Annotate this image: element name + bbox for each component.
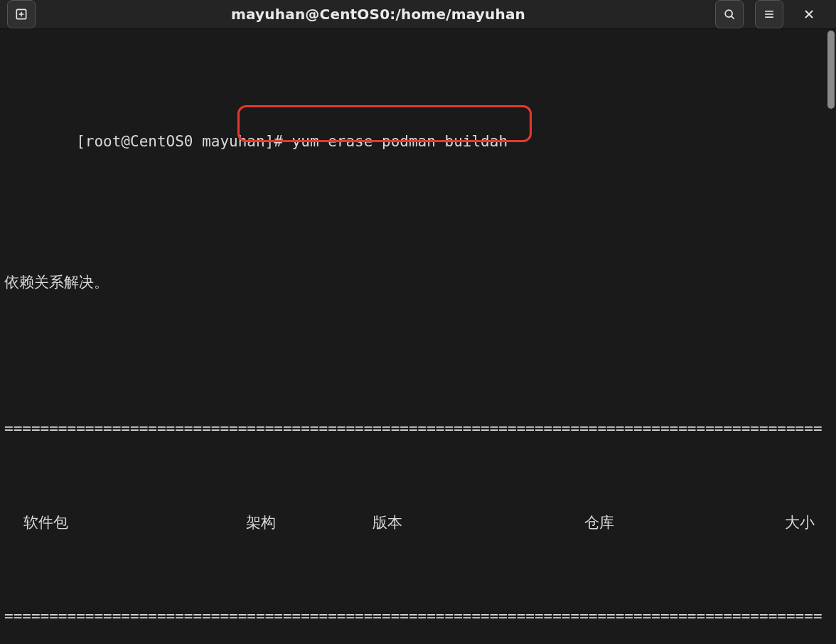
- search-icon: [722, 7, 736, 21]
- prompt-line: [root@CentOS0 mayuhan]# yum erase podman…: [4, 107, 822, 200]
- spacer: [4, 341, 822, 347]
- col-size: 大小: [734, 511, 822, 535]
- search-button[interactable]: [715, 0, 744, 28]
- shell-prompt: [root@CentOS0 mayuhan]#: [76, 133, 291, 150]
- vertical-scrollbar[interactable]: [826, 29, 836, 644]
- col-arch: 架构: [246, 511, 373, 535]
- hamburger-menu-icon: [762, 7, 776, 21]
- shell-command: yum erase podman buildah: [292, 133, 508, 150]
- col-version: 版本: [373, 511, 584, 535]
- titlebar: mayuhan@CentOS0:/home/mayuhan: [0, 0, 836, 29]
- new-tab-button[interactable]: [7, 0, 36, 28]
- terminal-output[interactable]: [root@CentOS0 mayuhan]# yum erase podman…: [0, 29, 826, 644]
- table-header: 软件包 架构 版本 仓库 大小: [4, 511, 822, 535]
- rule-line: ========================================…: [4, 417, 822, 441]
- scrollbar-thumb[interactable]: [827, 31, 835, 109]
- terminal-body: [root@CentOS0 mayuhan]# yum erase podman…: [0, 29, 836, 644]
- col-repo: 仓库: [584, 511, 734, 535]
- menu-button[interactable]: [755, 0, 783, 28]
- rule-line: ========================================…: [4, 605, 822, 628]
- window-title: mayuhan@CentOS0:/home/mayuhan: [41, 6, 715, 23]
- col-package: 软件包: [4, 511, 246, 535]
- dependency-resolved-line: 依赖关系解决。: [4, 271, 822, 294]
- titlebar-right: [715, 0, 829, 28]
- close-button[interactable]: [795, 0, 823, 28]
- svg-point-3: [725, 10, 732, 17]
- svg-line-4: [732, 16, 734, 19]
- terminal-window: mayuhan@CentOS0:/home/mayuhan: [0, 0, 836, 644]
- close-icon: [802, 7, 816, 21]
- new-tab-icon: [14, 7, 28, 21]
